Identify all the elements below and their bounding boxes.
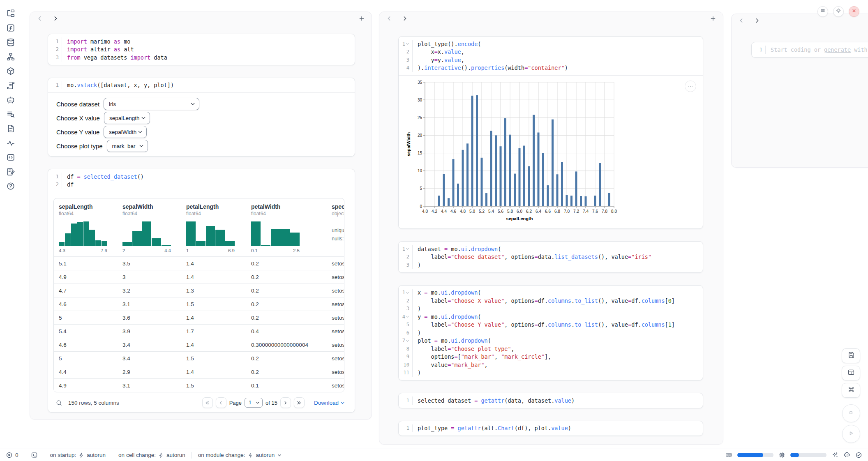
- code-editor[interactable]: 1import marimo as mo2import altair as al…: [48, 34, 355, 65]
- chevron-left-icon[interactable]: [738, 17, 745, 24]
- sidebar-chat-icon[interactable]: [6, 95, 15, 104]
- on-cell-change-setting[interactable]: on cell change: autorun: [112, 452, 192, 458]
- chevron-left-icon[interactable]: [386, 15, 392, 22]
- code-line[interactable]: 2 label="Choose dataset", options=data.l…: [399, 253, 703, 261]
- sepalLength-histogram[interactable]: [59, 221, 107, 246]
- search-icon[interactable]: [55, 399, 62, 406]
- code-editor[interactable]: 1plot_type = getattr(alt.Chart(df), plot…: [399, 421, 703, 436]
- code-line[interactable]: 3 y=y.value,: [399, 56, 703, 64]
- copilot-icon[interactable]: [843, 452, 850, 459]
- fold-chevron-icon[interactable]: [406, 339, 409, 343]
- sidebar-help-icon[interactable]: [6, 182, 15, 191]
- fold-chevron-icon[interactable]: [406, 42, 409, 46]
- code-line[interactable]: 8 label="Choose plot type",: [399, 345, 703, 353]
- chevron-right-icon[interactable]: [754, 17, 760, 24]
- sidebar-logs-icon[interactable]: [6, 110, 15, 119]
- altair-bar-chart[interactable]: 4.04.24.44.64.85.05.25.45.65.86.06.26.46…: [405, 80, 619, 223]
- sidebar-snippets-icon[interactable]: [6, 153, 15, 162]
- menu-button[interactable]: [817, 6, 828, 17]
- fold-chevron-icon[interactable]: [406, 291, 409, 295]
- error-counter[interactable]: 0: [6, 452, 25, 459]
- code-line[interactable]: 1mo.vstack([dataset, x, y, plot]): [48, 81, 355, 90]
- column-header-sepalLength[interactable]: sepalLengthfloat644.37.9: [54, 203, 118, 253]
- code-line[interactable]: 1import marimo as mo: [48, 37, 355, 46]
- table-row[interactable]: 4.63.11.50.2setosa: [54, 297, 344, 311]
- run-button[interactable]: [842, 425, 860, 443]
- code-line[interactable]: 4y = mo.ui.dropdown(: [399, 313, 703, 321]
- column-header-petalLength[interactable]: petalLengthfloat6416.9: [181, 203, 246, 253]
- add-cell-icon[interactable]: [710, 15, 716, 22]
- column-header-petalWidth[interactable]: petalWidthfloat640.12.5: [246, 203, 327, 253]
- table-row[interactable]: 4.42.91.40.2setosa: [54, 365, 344, 378]
- code-editor[interactable]: 1x = mo.ui.dropdown(2 label="Choose X va…: [399, 286, 703, 380]
- table-row[interactable]: 5.43.91.70.4setosa: [54, 324, 344, 338]
- x-value-select[interactable]: sepalLength: [104, 112, 150, 124]
- table-row[interactable]: 4.63.41.40.30000000000000004setosa: [54, 338, 344, 351]
- stop-button[interactable]: [842, 404, 860, 422]
- save-button[interactable]: [842, 348, 860, 363]
- settings-button[interactable]: [833, 6, 844, 17]
- on-startup-setting[interactable]: on startup: autorun: [44, 452, 112, 458]
- sepalWidth-histogram[interactable]: [122, 221, 171, 246]
- next-page-button[interactable]: [280, 397, 291, 408]
- code-editor[interactable]: 1plot_type().encode(2 x=x.value,3 y=y.va…: [399, 37, 703, 75]
- code-line[interactable]: 7plot = mo.ui.dropdown(: [399, 337, 703, 345]
- code-line[interactable]: 5 label="Choose Y value", options=df.col…: [399, 321, 703, 329]
- layout-button[interactable]: [842, 366, 860, 380]
- sidebar-scratchpad-icon[interactable]: [6, 167, 15, 176]
- table-row[interactable]: 53.41.50.2setosa: [54, 351, 344, 365]
- dataset-select[interactable]: iris: [104, 98, 199, 110]
- table-row[interactable]: 5.13.51.40.2setosa: [54, 256, 344, 270]
- close-button[interactable]: [849, 6, 859, 17]
- chart-menu-button[interactable]: [685, 81, 696, 92]
- code-editor[interactable]: 1selected_dataset = getattr(data, datase…: [399, 393, 703, 408]
- sidebar-document-icon[interactable]: [6, 124, 15, 133]
- download-button[interactable]: Download: [314, 400, 345, 406]
- code-line[interactable]: 2import altair as alt: [48, 46, 355, 54]
- chevron-right-icon[interactable]: [402, 15, 408, 22]
- code-line[interactable]: 2 x=x.value,: [399, 48, 703, 56]
- code-line[interactable]: 2 label="Choose X value", options=df.col…: [399, 297, 703, 305]
- column-header-sepalWidth[interactable]: sepalWidthfloat6424.4: [118, 203, 181, 253]
- code-line[interactable]: 3): [399, 305, 703, 313]
- ai-sparkle-icon[interactable]: [831, 452, 838, 459]
- last-page-button[interactable]: [294, 397, 305, 408]
- code-line[interactable]: 4).interactive().properties(width="conta…: [399, 64, 703, 72]
- table-row[interactable]: 4.73.21.30.2setosa: [54, 284, 344, 297]
- sidebar-dependency-graph-icon[interactable]: [6, 52, 15, 61]
- code-line[interactable]: 1dataset = mo.ui.dropdown(: [399, 245, 703, 253]
- page-select[interactable]: 1: [245, 398, 263, 408]
- code-line[interactable]: 1df = selected_dataset(): [48, 173, 355, 181]
- sidebar-tracing-icon[interactable]: [6, 138, 15, 148]
- fold-chevron-icon[interactable]: [406, 315, 409, 318]
- petalWidth-histogram[interactable]: [251, 221, 300, 246]
- code-editor[interactable]: 1mo.vstack([dataset, x, y, plot]): [48, 78, 355, 93]
- code-line[interactable]: 10 value="mark_bar",: [399, 361, 703, 369]
- first-page-button[interactable]: [202, 397, 213, 408]
- column-header-species[interactable]: speciesobjectunique:nulls:: [327, 203, 344, 253]
- code-line[interactable]: 11): [399, 369, 703, 377]
- table-row[interactable]: 53.61.40.2setosa: [54, 311, 344, 324]
- plot-type-select[interactable]: mark_bar: [107, 140, 148, 152]
- sidebar-functions-icon[interactable]: [6, 23, 15, 32]
- petalLength-histogram[interactable]: [186, 221, 235, 246]
- fold-chevron-icon[interactable]: [406, 247, 409, 251]
- sidebar-package-icon[interactable]: [6, 67, 15, 76]
- code-line[interactable]: 6): [399, 329, 703, 337]
- code-editor[interactable]: 1dataset = mo.ui.dropdown(2 label="Choos…: [399, 242, 703, 272]
- terminal-button[interactable]: [25, 452, 44, 459]
- code-line[interactable]: 9 options=["mark_bar", "mark_circle"],: [399, 353, 703, 361]
- add-cell-icon[interactable]: [358, 15, 365, 22]
- code-line[interactable]: 3): [399, 261, 703, 269]
- y-value-select[interactable]: sepalWidth: [104, 126, 147, 138]
- code-line[interactable]: 1x = mo.ui.dropdown(: [399, 289, 703, 297]
- empty-code-cell[interactable]: 1 Start coding or generate with AI: [751, 42, 868, 58]
- code-line[interactable]: 2df: [48, 181, 355, 189]
- connection-status-icon[interactable]: [855, 452, 862, 459]
- table-row[interactable]: 4.93.11.50.1setosa: [54, 378, 344, 392]
- chevron-left-icon[interactable]: [37, 15, 43, 22]
- code-line[interactable]: 1selected_dataset = getattr(data, datase…: [399, 396, 703, 405]
- table-row[interactable]: 4.931.40.2setosa: [54, 270, 344, 284]
- generate-link[interactable]: generate: [824, 46, 851, 53]
- code-line[interactable]: 3from vega_datasets import data: [48, 53, 355, 62]
